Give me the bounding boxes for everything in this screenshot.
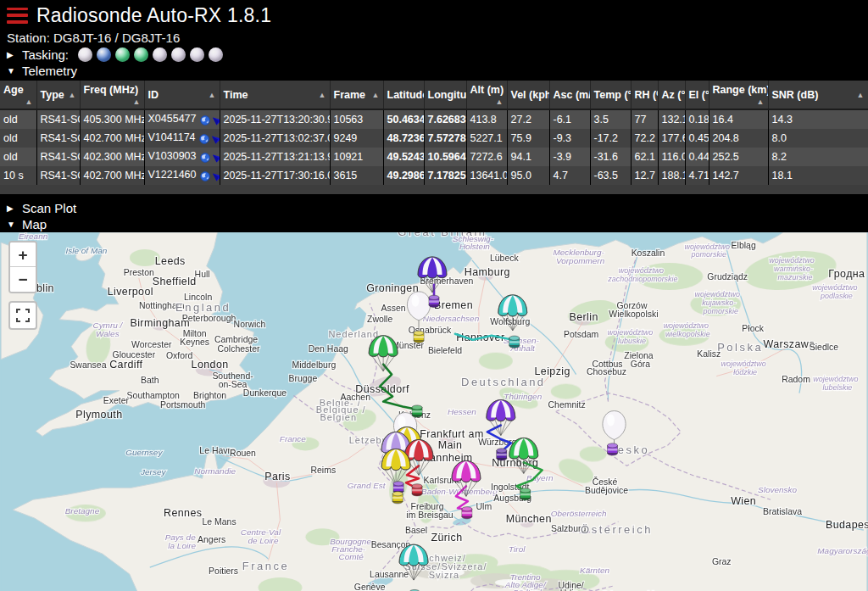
cell-vel: 75.9 bbox=[507, 129, 549, 148]
sonde-payload-marker[interactable] bbox=[392, 492, 403, 504]
track-icon[interactable] bbox=[212, 172, 220, 181]
sonde-payload-marker[interactable] bbox=[509, 336, 520, 348]
col-header-az[interactable]: Az (°) bbox=[658, 81, 685, 109]
map-section-header[interactable]: ▼ Map bbox=[7, 216, 861, 232]
cell-type: RS41-SGP bbox=[36, 109, 80, 129]
sort-arrow-icon: ▲ bbox=[25, 98, 33, 106]
cell-range: 204.8 bbox=[709, 129, 768, 148]
map-place-label: Oberösterreich bbox=[551, 509, 607, 518]
tasking-section-header[interactable]: ▶ Tasking: bbox=[7, 47, 861, 63]
cell-snr: 8.0 bbox=[768, 129, 868, 148]
col-header-freq[interactable]: Freq (MHz)▲ bbox=[80, 81, 144, 109]
map-place-label: Portsmouth bbox=[160, 400, 206, 410]
cell-asc: -9.3 bbox=[549, 129, 590, 148]
telemetry-row[interactable]: oldRS41-SGP402.700 MHzV10411742025-11-27… bbox=[0, 129, 868, 148]
cell-asc: -3.9 bbox=[549, 148, 590, 166]
map-fullscreen-button[interactable] bbox=[8, 301, 37, 330]
globe-icon[interactable] bbox=[200, 171, 210, 181]
map-zoom-in-button[interactable]: + bbox=[10, 243, 36, 267]
map-place-label: Frankfurt am bbox=[420, 428, 483, 440]
map-place-label: Grand Est bbox=[348, 481, 387, 490]
col-header-snr[interactable]: SNR (dB)▲ bbox=[768, 81, 868, 109]
tasking-indicators bbox=[78, 47, 223, 62]
sonde-payload-marker[interactable] bbox=[414, 331, 424, 343]
cell-alt: 13641.0 bbox=[466, 166, 507, 185]
map-place-label: lubelskie bbox=[822, 383, 852, 392]
sonde-payload-marker[interactable] bbox=[608, 443, 618, 455]
map-place-label: Comté bbox=[339, 552, 364, 561]
telemetry-section-header[interactable]: ▼ Telemetry bbox=[7, 63, 861, 79]
telemetry-row[interactable]: oldRS41-SGP402.300 MHzV10309032025-11-27… bbox=[0, 148, 868, 166]
col-header-type[interactable]: Type▲ bbox=[36, 81, 80, 109]
map-place-label: kujawsko- bbox=[702, 298, 736, 307]
chevron-down-icon: ▼ bbox=[7, 220, 16, 229]
sonde-payload-marker[interactable] bbox=[429, 295, 439, 307]
tasking-indicator bbox=[209, 47, 223, 62]
top-bar: Radiosonde Auto-RX 1.8.1 Station: DG8JT-… bbox=[0, 0, 868, 79]
col-header-frame[interactable]: Frame▲ bbox=[330, 81, 383, 109]
map-place-label: France bbox=[242, 560, 289, 572]
map-place-label: Cardiff bbox=[109, 359, 142, 371]
map-place-label: Sheffield bbox=[153, 276, 197, 287]
sonde-payload-marker[interactable] bbox=[412, 484, 422, 496]
map-place-label: Swansea bbox=[70, 360, 106, 370]
col-header-rh[interactable]: RH (%) bbox=[631, 81, 658, 109]
station-label: Station: DG8JT-16 / DG8JT-16 bbox=[7, 28, 861, 47]
col-header-id[interactable]: ID▲ bbox=[144, 81, 220, 109]
map-place-label: Colchester bbox=[218, 344, 261, 354]
col-header-temp[interactable]: Temp (°C) bbox=[590, 81, 631, 109]
map-place-label: Bratislava bbox=[763, 507, 802, 516]
cell-latitude: 49.52437 bbox=[383, 148, 424, 166]
map-place-label: Belgien bbox=[320, 412, 357, 422]
map[interactable]: Great BritainEireannIsle of ManDublinLee… bbox=[0, 232, 868, 591]
map-canvas[interactable]: Great BritainEireannIsle of ManDublinLee… bbox=[0, 232, 868, 591]
map-zoom-out-button[interactable]: − bbox=[10, 267, 36, 292]
sonde-payload-marker[interactable] bbox=[520, 488, 531, 500]
sonde-payload-marker[interactable] bbox=[462, 507, 472, 519]
col-header-el[interactable]: El (°) bbox=[685, 81, 709, 109]
col-header-age[interactable]: Age▲ bbox=[0, 81, 36, 109]
map-place-label: Liverpool bbox=[108, 286, 153, 298]
col-header-vel[interactable]: Vel (kph) bbox=[507, 81, 549, 109]
map-place-label: Birmingham bbox=[130, 317, 190, 329]
col-header-range[interactable]: Range (km)▲ bbox=[709, 81, 768, 109]
globe-icon[interactable] bbox=[200, 153, 210, 163]
col-header-asc[interactable]: Asc (m/s) bbox=[549, 81, 590, 109]
track-icon[interactable] bbox=[211, 135, 220, 144]
col-header-longitude[interactable]: Longitude bbox=[424, 81, 466, 109]
cell-az: 188.1 bbox=[658, 166, 685, 185]
telemetry-row[interactable]: oldRS41-SGP405.300 MHzX04554772025-11-27… bbox=[0, 109, 868, 129]
cell-temp: -63.5 bbox=[590, 166, 631, 185]
map-place-label: Bretagne bbox=[65, 506, 100, 516]
globe-icon[interactable] bbox=[199, 134, 209, 144]
cell-alt: 413.8 bbox=[466, 109, 507, 129]
map-place-label: województwo bbox=[695, 290, 740, 298]
map-place-label: Deutschland bbox=[461, 376, 546, 388]
map-place-label: Angers bbox=[198, 535, 225, 544]
telemetry-row[interactable]: 10 sRS41-SGP402.700 MHzV12214602025-11-2… bbox=[0, 166, 868, 185]
scan-plot-section-header[interactable]: ▶ Scan Plot bbox=[7, 200, 861, 216]
col-header-latitude[interactable]: Latitude bbox=[383, 81, 424, 109]
map-place-label: la Loire bbox=[168, 541, 196, 550]
map-place-label: lubuskie bbox=[618, 337, 646, 345]
map-place-label: Reims bbox=[310, 466, 336, 475]
map-place-label: Jersey bbox=[140, 467, 166, 477]
menu-icon[interactable] bbox=[7, 8, 28, 24]
map-place-label: Wales bbox=[96, 329, 120, 338]
map-place-label: województwo bbox=[813, 375, 858, 383]
map-place-label: pomorskie bbox=[691, 250, 726, 259]
cell-frame: 3615 bbox=[330, 166, 383, 185]
map-place-label: Magyarország bbox=[817, 546, 868, 555]
map-place-label: Worcester bbox=[131, 340, 172, 349]
sonde-payload-marker[interactable] bbox=[412, 405, 422, 417]
tasking-indicator bbox=[153, 47, 167, 62]
globe-icon[interactable] bbox=[200, 115, 210, 125]
map-place-label: Polska bbox=[717, 341, 763, 354]
track-icon[interactable] bbox=[212, 116, 220, 125]
cell-time: 2025-11-27T13:20:30.996Z bbox=[220, 109, 330, 129]
sonde-payload-marker[interactable] bbox=[497, 449, 507, 460]
tasking-indicator bbox=[190, 47, 204, 62]
track-icon[interactable] bbox=[212, 153, 220, 163]
col-header-time[interactable]: Time▲ bbox=[220, 81, 330, 109]
col-header-alt[interactable]: Alt (m)▲ bbox=[466, 81, 507, 109]
